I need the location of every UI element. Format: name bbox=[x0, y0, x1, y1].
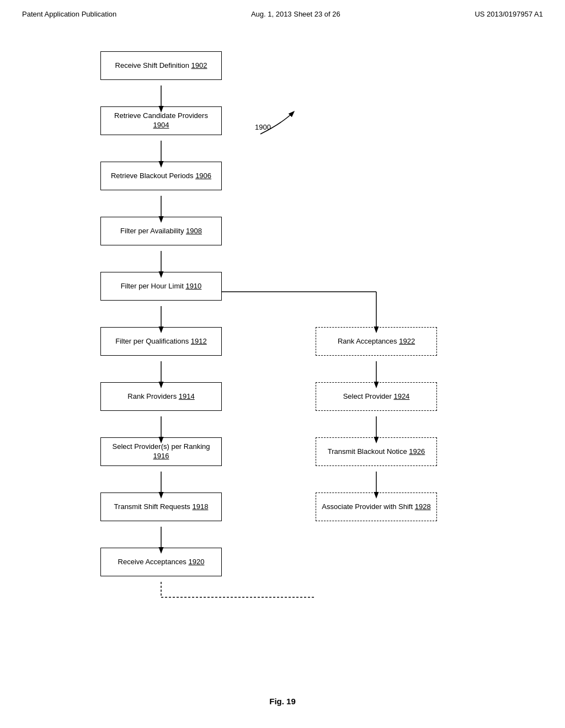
box-1924: Select Provider 1924 bbox=[316, 382, 437, 411]
box-1922: Rank Acceptances 1922 bbox=[316, 327, 437, 356]
box-1902: Receive Shift Definition 1902 bbox=[100, 51, 222, 80]
box-1904: Retrieve Candidate Providers 1904 bbox=[100, 106, 222, 135]
header-right: US 2013/0197957 A1 bbox=[475, 10, 543, 18]
header-middle: Aug. 1, 2013 Sheet 23 of 26 bbox=[251, 10, 340, 18]
box-1926: Transmit Blackout Notice 1926 bbox=[316, 437, 437, 466]
box-1910: Filter per Hour Limit 1910 bbox=[100, 272, 222, 301]
box-1928: Associate Provider with Shift 1928 bbox=[316, 493, 437, 521]
figure-caption: Fig. 19 bbox=[0, 697, 565, 706]
box-1918: Transmit Shift Requests 1918 bbox=[100, 493, 222, 521]
box-1912: Filter per Qualifications 1912 bbox=[100, 327, 222, 356]
box-1914: Rank Providers 1914 bbox=[100, 382, 222, 411]
box-1920: Receive Acceptances 1920 bbox=[100, 548, 222, 576]
box-1916: Select Provider(s) per Ranking 1916 bbox=[100, 437, 222, 466]
header: Patent Application Publication Aug. 1, 2… bbox=[0, 0, 565, 18]
diagram-area: Receive Shift Definition 1902 Retrieve C… bbox=[67, 51, 498, 669]
header-left: Patent Application Publication bbox=[22, 10, 116, 18]
arrows-svg bbox=[67, 51, 498, 669]
box-1908: Filter per Availability 1908 bbox=[100, 217, 222, 245]
label-1900: 1900 bbox=[255, 123, 271, 131]
box-1906: Retrieve Blackout Periods 1906 bbox=[100, 162, 222, 190]
